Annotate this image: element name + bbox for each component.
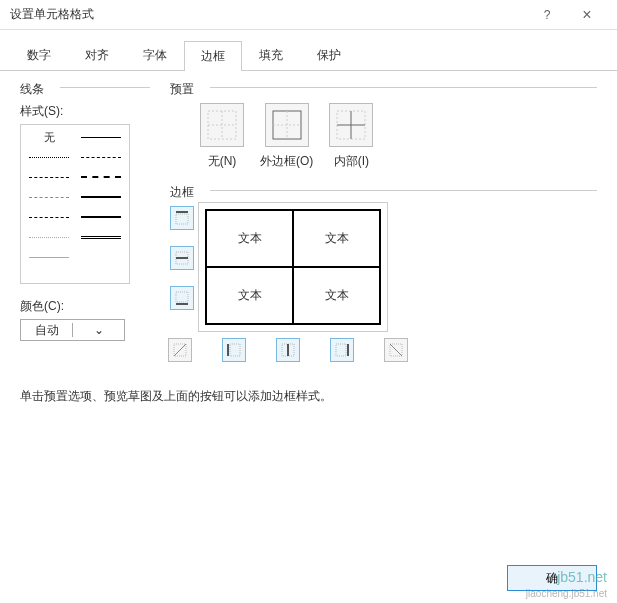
svg-line-24 <box>390 344 402 356</box>
border-diag-down-button[interactable] <box>384 338 408 362</box>
tab-fill[interactable]: 填充 <box>242 40 300 70</box>
border-right-icon <box>334 342 350 358</box>
preset-inside-button[interactable] <box>329 103 373 147</box>
line-style-1[interactable] <box>75 127 127 147</box>
lines-legend: 线条 <box>20 81 50 98</box>
line-style-8[interactable] <box>23 207 75 227</box>
border-vmid-icon <box>280 342 296 358</box>
line-style-13[interactable] <box>75 247 127 267</box>
border-hmid-icon <box>174 250 190 266</box>
chevron-down-icon: ⌄ <box>72 323 124 337</box>
svg-line-16 <box>174 344 186 356</box>
color-label: 颜色(C): <box>20 298 150 315</box>
presets-group: 预置 无(N) 外边框(O) <box>170 81 597 170</box>
svg-rect-13 <box>176 292 188 302</box>
preset-outline-button[interactable] <box>265 103 309 147</box>
tab-align[interactable]: 对齐 <box>68 40 126 70</box>
preset-inside-label: 内部(I) <box>334 153 369 170</box>
tab-font[interactable]: 字体 <box>126 40 184 70</box>
line-style-9[interactable] <box>75 207 127 227</box>
border-bottom-button[interactable] <box>170 286 194 310</box>
border-top-icon <box>174 210 190 226</box>
window-title: 设置单元格格式 <box>10 6 527 23</box>
help-button[interactable]: ? <box>527 8 567 22</box>
svg-rect-10 <box>176 214 188 224</box>
preview-cell: 文本 <box>293 267 380 324</box>
style-label: 样式(S): <box>20 103 150 120</box>
line-style-2[interactable] <box>23 147 75 167</box>
diag-up-icon <box>172 342 188 358</box>
preset-none-label: 无(N) <box>208 153 237 170</box>
line-style-none[interactable]: 无 <box>23 127 75 147</box>
tab-protect[interactable]: 保护 <box>300 40 358 70</box>
border-left-icon <box>226 342 242 358</box>
line-style-6[interactable] <box>23 187 75 207</box>
ok-button[interactable]: 确 <box>507 565 597 591</box>
border-vmid-button[interactable] <box>276 338 300 362</box>
tab-number[interactable]: 数字 <box>10 40 68 70</box>
svg-rect-21 <box>336 344 346 356</box>
preset-none-icon <box>207 110 237 140</box>
border-preview[interactable]: 文本 文本 文本 文本 <box>198 202 388 332</box>
line-style-10[interactable] <box>23 227 75 247</box>
instruction-text: 单击预置选项、预览草图及上面的按钮可以添加边框样式。 <box>0 372 617 421</box>
preset-outline-label: 外边框(O) <box>260 153 313 170</box>
preset-inside-icon <box>336 110 366 140</box>
presets-legend: 预置 <box>170 81 200 98</box>
border-bottom-icon <box>174 290 190 306</box>
svg-rect-18 <box>230 344 240 356</box>
border-legend: 边框 <box>170 184 200 201</box>
line-style-5[interactable] <box>75 167 127 187</box>
line-style-11[interactable] <box>75 227 127 247</box>
border-hmid-button[interactable] <box>170 246 194 270</box>
line-style-7[interactable] <box>75 187 127 207</box>
border-diag-up-button[interactable] <box>168 338 192 362</box>
preview-cell: 文本 <box>206 267 293 324</box>
line-style-4[interactable] <box>23 167 75 187</box>
border-top-button[interactable] <box>170 206 194 230</box>
diag-down-icon <box>388 342 404 358</box>
preview-cell: 文本 <box>206 210 293 267</box>
line-style-3[interactable] <box>75 147 127 167</box>
tab-border[interactable]: 边框 <box>184 41 242 71</box>
border-left-button[interactable] <box>222 338 246 362</box>
border-group: 边框 文本 文本 文本 文本 <box>170 184 597 362</box>
preset-outline-icon <box>272 110 302 140</box>
color-value: 自动 <box>21 322 72 339</box>
color-dropdown[interactable]: 自动 ⌄ <box>20 319 125 341</box>
border-right-button[interactable] <box>330 338 354 362</box>
lines-group: 线条 样式(S): 无 颜色(C): 自动 ⌄ <box>20 81 150 341</box>
preset-none-button[interactable] <box>200 103 244 147</box>
line-style-12[interactable] <box>23 247 75 267</box>
preview-cell: 文本 <box>293 210 380 267</box>
line-style-list[interactable]: 无 <box>20 124 130 284</box>
close-button[interactable]: × <box>567 6 607 24</box>
tab-bar: 数字 对齐 字体 边框 填充 保护 <box>0 30 617 71</box>
